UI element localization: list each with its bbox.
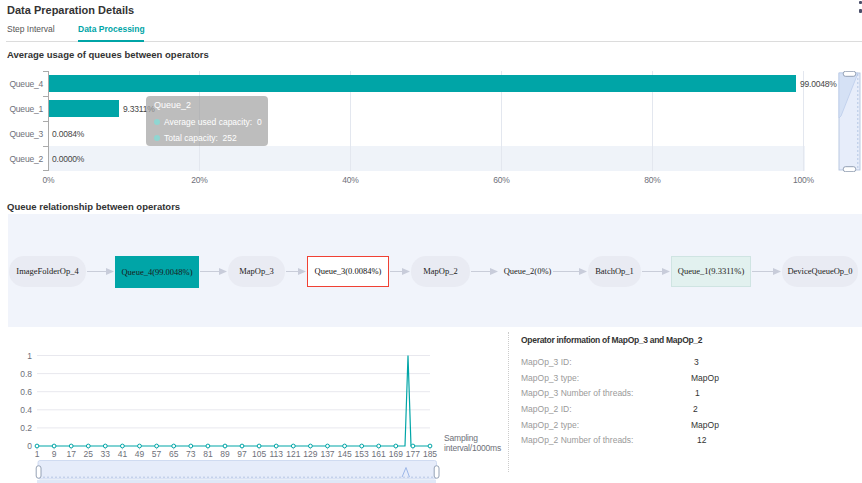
svg-text:0: 0 xyxy=(27,441,32,451)
svg-text:0.6: 0.6 xyxy=(20,387,32,397)
svg-text:0.4: 0.4 xyxy=(20,405,32,415)
svg-text:1: 1 xyxy=(27,351,32,361)
svg-text:0.8: 0.8 xyxy=(20,369,32,379)
svg-text:0.2: 0.2 xyxy=(20,423,32,433)
